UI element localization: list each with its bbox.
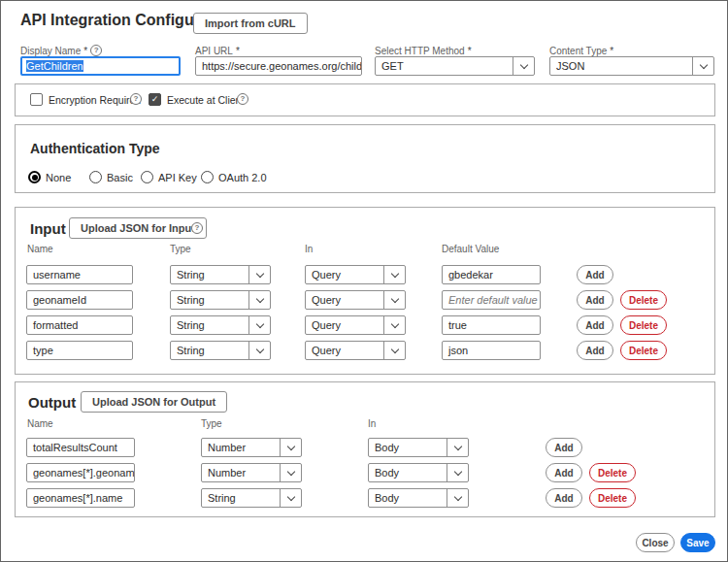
- input-in-select[interactable]: Query: [305, 290, 406, 310]
- http-method-label: Select HTTP Method*: [375, 45, 472, 56]
- chevron-down-icon[interactable]: [447, 464, 468, 481]
- input-name-field[interactable]: geonameId: [26, 290, 133, 310]
- add-output-row-button[interactable]: Add: [546, 438, 582, 457]
- output-heading: Output: [28, 394, 76, 411]
- input-col-in: In: [305, 244, 313, 254]
- output-type-select[interactable]: Number: [201, 438, 302, 457]
- input-default-value-field[interactable]: true: [442, 315, 541, 335]
- encryption-required-checkbox[interactable]: [30, 93, 43, 106]
- content-type-select[interactable]: JSON: [549, 56, 714, 76]
- chevron-down-icon[interactable]: [447, 439, 468, 456]
- auth-radio-api-key[interactable]: [141, 171, 153, 183]
- input-name-field[interactable]: type: [26, 341, 133, 360]
- delete-output-row-button[interactable]: Delete: [589, 488, 636, 508]
- auth-radio-none-label: None: [46, 172, 71, 183]
- help-icon[interactable]: ?: [130, 93, 142, 105]
- output-in-select[interactable]: Body: [368, 463, 469, 482]
- api-integration-configuration-dialog: API Integration Configuration Import fro…: [0, 0, 728, 562]
- add-output-row-button[interactable]: Add: [546, 488, 582, 508]
- http-method-select[interactable]: GET: [375, 56, 535, 76]
- api-url-label: API URL*: [195, 45, 240, 56]
- save-button[interactable]: Save: [680, 533, 715, 552]
- input-name-field[interactable]: formatted: [26, 315, 133, 335]
- auth-radio-oauth-label: OAuth 2.0: [218, 172, 267, 183]
- chevron-down-icon[interactable]: [383, 291, 405, 309]
- input-type-select[interactable]: String: [170, 315, 271, 335]
- input-type-select[interactable]: String: [170, 265, 271, 284]
- close-button[interactable]: Close: [636, 533, 675, 552]
- execute-at-client-label: Execute at Client: [167, 94, 244, 106]
- content-type-label: Content Type*: [549, 45, 613, 56]
- chevron-down-icon[interactable]: [280, 439, 301, 456]
- auth-radio-basic[interactable]: [89, 171, 102, 183]
- input-in-select[interactable]: Query: [305, 265, 406, 284]
- output-name-field[interactable]: geonames[*].name: [26, 488, 135, 508]
- display-name-label: Display Name* ?: [20, 45, 102, 56]
- output-name-field[interactable]: totalResultsCount: [26, 438, 135, 457]
- chevron-down-icon[interactable]: [383, 342, 405, 359]
- auth-radio-none[interactable]: [28, 171, 41, 183]
- chevron-down-icon[interactable]: [248, 291, 270, 309]
- delete-input-row-button[interactable]: Delete: [620, 315, 667, 335]
- delete-input-row-button[interactable]: Delete: [620, 341, 667, 360]
- display-name-input[interactable]: GetChildren: [20, 56, 181, 76]
- output-col-name: Name: [27, 418, 53, 429]
- chevron-down-icon[interactable]: [248, 342, 270, 359]
- help-icon[interactable]: ?: [237, 93, 248, 105]
- chevron-down-icon[interactable]: [513, 57, 534, 75]
- input-type-select[interactable]: String: [170, 341, 271, 360]
- chevron-down-icon[interactable]: [280, 464, 301, 481]
- output-type-select[interactable]: Number: [201, 463, 302, 482]
- api-url-input[interactable]: https://secure.geonames.org/children: [195, 56, 362, 76]
- input-default-value-field[interactable]: json: [442, 341, 541, 360]
- help-icon[interactable]: ?: [90, 45, 102, 56]
- input-col-default-value: Default Value: [442, 244, 499, 254]
- input-default-value-field[interactable]: gbedekar: [442, 265, 541, 284]
- authentication-heading: Authentication Type: [30, 141, 160, 156]
- input-in-select[interactable]: Query: [305, 341, 406, 360]
- output-in-select[interactable]: Body: [368, 488, 469, 508]
- input-in-select[interactable]: Query: [305, 315, 406, 335]
- output-name-field[interactable]: geonames[*].geonameId: [26, 463, 135, 482]
- upload-json-for-input-button[interactable]: Upload JSON for Input: [69, 217, 207, 239]
- input-default-value-field[interactable]: Enter default value: [442, 290, 541, 310]
- delete-input-row-button[interactable]: Delete: [620, 290, 667, 310]
- chevron-down-icon[interactable]: [248, 266, 270, 283]
- execute-at-client-checkbox[interactable]: ✓: [149, 93, 161, 106]
- output-type-select[interactable]: String: [201, 488, 302, 508]
- selected-text: GetChildren: [26, 60, 83, 72]
- chevron-down-icon[interactable]: [383, 266, 405, 283]
- upload-json-for-output-button[interactable]: Upload JSON for Output: [81, 391, 227, 413]
- add-output-row-button[interactable]: Add: [546, 463, 582, 482]
- chevron-down-icon[interactable]: [280, 489, 301, 507]
- chevron-down-icon[interactable]: [383, 316, 405, 334]
- add-input-row-button[interactable]: Add: [577, 290, 613, 310]
- add-input-row-button[interactable]: Add: [577, 315, 613, 335]
- input-col-name: Name: [27, 244, 53, 254]
- chevron-down-icon[interactable]: [248, 316, 270, 334]
- add-input-row-button[interactable]: Add: [577, 265, 613, 284]
- encryption-required-label: Encryption Required: [49, 94, 141, 106]
- output-col-in: In: [368, 418, 376, 429]
- output-col-type: Type: [201, 418, 222, 429]
- auth-radio-basic-label: Basic: [107, 172, 133, 183]
- input-col-type: Type: [170, 244, 191, 254]
- auth-radio-oauth[interactable]: [201, 171, 214, 183]
- input-type-select[interactable]: String: [170, 290, 271, 310]
- chevron-down-icon[interactable]: [692, 57, 713, 75]
- input-name-field[interactable]: username: [26, 265, 133, 284]
- auth-radio-api-key-label: API Key: [158, 172, 197, 183]
- chevron-down-icon[interactable]: [447, 489, 468, 507]
- help-icon[interactable]: ?: [191, 222, 203, 234]
- input-heading: Input: [30, 220, 66, 237]
- add-input-row-button[interactable]: Add: [577, 341, 613, 360]
- delete-output-row-button[interactable]: Delete: [589, 463, 636, 482]
- output-in-select[interactable]: Body: [368, 438, 469, 457]
- import-from-curl-button[interactable]: Import from cURL: [193, 13, 308, 34]
